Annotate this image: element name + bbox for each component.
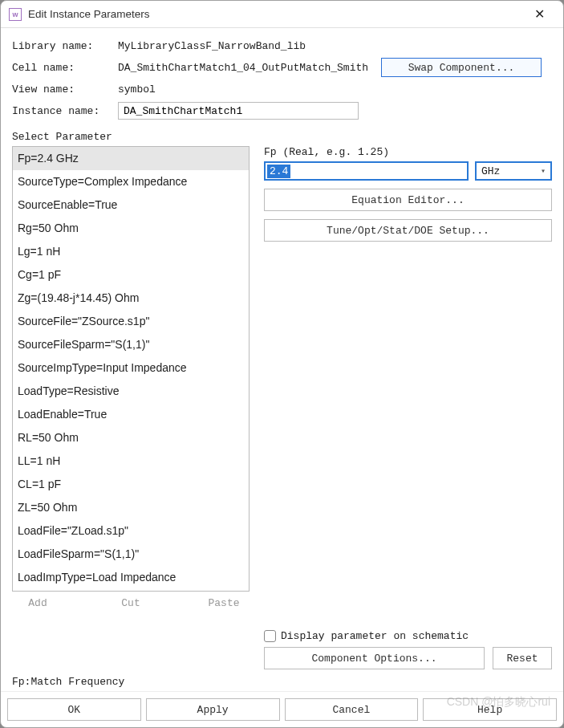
instance-name-input[interactable] bbox=[118, 102, 359, 120]
parameter-item[interactable]: ZL=50 Ohm bbox=[13, 496, 249, 519]
parameter-item[interactable]: RL=50 Ohm bbox=[13, 426, 249, 449]
parameter-item[interactable]: LL=1 nH bbox=[13, 449, 249, 473]
paste-button[interactable]: Paste bbox=[200, 596, 248, 610]
tune-setup-button[interactable]: Tune/Opt/Stat/DOE Setup... bbox=[264, 219, 552, 242]
parameter-item[interactable]: Rg=50 Ohm bbox=[13, 217, 249, 240]
row-view: View name: symbol bbox=[12, 79, 552, 99]
row-instance: Instance name: bbox=[12, 101, 552, 120]
fp-unit-value: GHz bbox=[481, 165, 500, 177]
reset-button[interactable]: Reset bbox=[493, 647, 552, 669]
parameter-item[interactable]: Z0=50 Ohm bbox=[13, 589, 249, 592]
close-icon[interactable]: ✕ bbox=[523, 6, 555, 22]
library-name-value: MyLibraryClassF_NarrowBand_lib bbox=[118, 40, 552, 52]
swap-component-button[interactable]: Swap Component... bbox=[381, 58, 542, 77]
parameter-item[interactable]: SourceType=Complex Impedance bbox=[13, 170, 249, 193]
parameter-item[interactable]: SourceEnable=True bbox=[13, 193, 249, 217]
display-param-label: Display parameter on schematic bbox=[281, 630, 469, 642]
parameter-item[interactable]: SourceFile="ZSource.s1p" bbox=[13, 310, 249, 333]
add-button[interactable]: Add bbox=[14, 596, 62, 610]
apply-button[interactable]: Apply bbox=[146, 698, 280, 721]
dialog-window: w Edit Instance Parameters ✕ Library nam… bbox=[0, 0, 564, 728]
fp-value-text: 2.4 bbox=[267, 165, 290, 178]
ok-button[interactable]: OK bbox=[7, 698, 141, 721]
app-icon: w bbox=[9, 8, 22, 21]
instance-name-label: Instance name: bbox=[12, 105, 118, 117]
help-button[interactable]: Help bbox=[423, 698, 557, 721]
parameter-item[interactable]: CL=1 pF bbox=[13, 473, 249, 496]
component-options-button[interactable]: Component Options... bbox=[264, 647, 485, 669]
cell-name-label: Cell name: bbox=[12, 62, 118, 74]
parameter-item[interactable]: Cg=1 pF bbox=[13, 263, 249, 287]
fp-input-row: 2.4 GHz ▾ bbox=[264, 161, 552, 181]
left-column: Fp=2.4 GHzSourceType=Complex ImpedanceSo… bbox=[12, 146, 250, 669]
parameter-listbox[interactable]: Fp=2.4 GHzSourceType=Complex ImpedanceSo… bbox=[12, 146, 250, 592]
fp-value-input[interactable]: 2.4 bbox=[264, 161, 469, 181]
fp-unit-select[interactable]: GHz ▾ bbox=[475, 161, 552, 181]
parameter-item[interactable]: Lg=1 nH bbox=[13, 240, 249, 263]
parameter-item[interactable]: LoadType=Resistive bbox=[13, 380, 249, 403]
row-library: Library name: MyLibraryClassF_NarrowBand… bbox=[12, 36, 552, 55]
library-name-label: Library name: bbox=[12, 40, 118, 52]
footer-buttons: OK Apply Cancel Help bbox=[1, 691, 563, 727]
parameter-item[interactable]: LoadFile="ZLoad.s1p" bbox=[13, 519, 249, 543]
parameter-item[interactable]: Zg=(19.48-j*14.45) Ohm bbox=[13, 287, 249, 310]
parameter-item[interactable]: SourceImpType=Input Impedance bbox=[13, 356, 249, 380]
display-param-row: Display parameter on schematic bbox=[264, 625, 552, 642]
window-title: Edit Instance Parameters bbox=[28, 8, 523, 20]
row-cell: Cell name: DA_SmithChartMatch1_04_OutPut… bbox=[12, 58, 552, 77]
status-hint: Fp:Match Frequency bbox=[12, 676, 552, 688]
parameter-item[interactable]: LoadFileSparm="S(1,1)" bbox=[13, 543, 249, 566]
options-row: Component Options... Reset bbox=[264, 647, 552, 669]
right-column: Fp (Real, e.g. 1.25) 2.4 GHz ▾ Equation … bbox=[264, 146, 552, 669]
cell-name-value: DA_SmithChartMatch1_04_OutPutMatch_Smith bbox=[118, 62, 375, 74]
parameter-item[interactable]: LoadImpType=Load Impedance bbox=[13, 566, 249, 589]
cancel-button[interactable]: Cancel bbox=[285, 698, 419, 721]
view-name-label: View name: bbox=[12, 83, 118, 96]
parameter-item[interactable]: LoadEnable=True bbox=[13, 403, 249, 426]
fp-field-label: Fp (Real, e.g. 1.25) bbox=[264, 146, 552, 158]
cut-button[interactable]: Cut bbox=[107, 596, 155, 610]
chevron-down-icon: ▾ bbox=[541, 166, 546, 176]
content-area: Library name: MyLibraryClassF_NarrowBand… bbox=[1, 28, 563, 691]
parameter-item[interactable]: Fp=2.4 GHz bbox=[13, 147, 249, 170]
display-param-checkbox[interactable] bbox=[264, 630, 276, 642]
columns: Fp=2.4 GHzSourceType=Complex ImpedanceSo… bbox=[12, 146, 552, 669]
select-parameter-label: Select Parameter bbox=[12, 131, 552, 143]
titlebar: w Edit Instance Parameters ✕ bbox=[1, 1, 563, 28]
parameter-item[interactable]: SourceFileSparm="S(1,1)" bbox=[13, 333, 249, 356]
equation-editor-button[interactable]: Equation Editor... bbox=[264, 189, 552, 211]
edit-buttons: Add Cut Paste bbox=[12, 596, 250, 610]
view-name-value: symbol bbox=[118, 83, 552, 96]
